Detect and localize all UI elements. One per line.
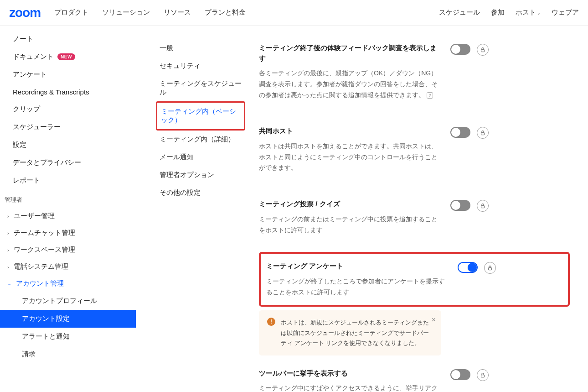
settings-tab[interactable]: その他の設定 <box>156 184 245 202</box>
lock-icon[interactable] <box>477 200 489 212</box>
toggle-switch[interactable] <box>450 127 470 138</box>
sidebar-admin-item[interactable]: ⌄アカウント管理 <box>0 275 136 292</box>
lock-icon[interactable] <box>484 262 496 274</box>
settings-tab[interactable]: メール通知 <box>156 148 245 166</box>
sidebar-item[interactable]: クリップ <box>0 100 136 118</box>
sidebar-item[interactable]: データとプライバシー <box>0 154 136 172</box>
settings-tab[interactable]: ミーティング内（ベーシック） <box>156 101 245 131</box>
sidebar-subitem[interactable]: 請求 <box>0 345 136 363</box>
sidebar-item-label: クリップ <box>13 105 40 114</box>
sidebar-item-label: アンケート <box>13 70 47 79</box>
setting-title: ミーティング アンケート <box>266 261 449 272</box>
sidebar-item-label: 設定 <box>13 141 26 149</box>
sidebar-item-label: スケジューラー <box>13 123 61 131</box>
sidebar-admin-label: チームチャット管理 <box>14 229 75 237</box>
lock-icon[interactable] <box>477 44 489 56</box>
sidebar-item-label: データとプライバシー <box>13 158 81 167</box>
chevron-right-icon: › <box>7 247 9 253</box>
info-text: ホストは、新規にスケジュールされるミーティングまたは以前にスケジュールされたミー… <box>281 318 433 348</box>
lock-icon[interactable] <box>477 127 489 139</box>
setting-row: ミーティング終了後の体験フィードバック調査を表示します各ミーティングの最後に、親… <box>259 30 570 113</box>
toggle-switch[interactable] <box>450 200 470 211</box>
settings-list[interactable]: ミーティング終了後の体験フィードバック調査を表示します各ミーティングの最後に、親… <box>254 26 588 392</box>
sidebar-subitem[interactable]: アラートと通知 <box>0 328 136 345</box>
nav-plans[interactable]: プランと料金 <box>205 8 246 17</box>
new-badge: NEW <box>57 53 75 60</box>
settings-tab[interactable]: 一般 <box>156 39 245 57</box>
setting-title: ミーティング終了後の体験フィードバック調査を表示します <box>259 43 441 63</box>
svg-rect-4 <box>481 375 485 377</box>
sidebar-item-label: ノート <box>13 35 33 43</box>
sidebar-admin-label: ワークスペース管理 <box>14 246 75 254</box>
sidebar-admin-item[interactable]: ›ワークスペース管理 <box>0 241 136 258</box>
sidebar-subitem[interactable]: アカウントプロフィール <box>0 292 136 310</box>
setting-title: 共同ホスト <box>259 126 441 136</box>
setting-row: ミーティング アンケートミーティングが終了したところで参加者にアンケートを提示す… <box>259 252 570 307</box>
settings-tab[interactable]: 管理者オプション <box>156 166 245 184</box>
settings-tab[interactable]: セキュリティ <box>156 57 245 75</box>
setting-row: ミーティング投票 / クイズミーティングの前またはミーティング中に投票を追加する… <box>259 186 570 248</box>
sidebar-admin-label: 電話システム管理 <box>14 262 68 271</box>
nav-schedule[interactable]: スケジュール <box>439 8 480 17</box>
svg-rect-3 <box>489 268 492 270</box>
sidebar-item[interactable]: レポート <box>0 172 136 189</box>
chevron-right-icon: › <box>7 214 9 219</box>
close-icon[interactable]: × <box>432 316 436 324</box>
sidebar-admin-item[interactable]: ›電話システム管理 <box>0 258 136 275</box>
help-icon[interactable]: ? <box>427 92 433 99</box>
nav-join[interactable]: 参加 <box>491 8 505 17</box>
setting-desc: ホストは共同ホストを加えることができます。共同ホストは、ホストと同じようにミーテ… <box>259 141 441 173</box>
setting-title: ツールバーに挙手を表示する <box>259 368 441 379</box>
sidebar-item[interactable]: ドキュメントNEW <box>0 48 136 66</box>
nav-solutions[interactable]: ソリューション <box>102 8 150 17</box>
setting-desc: ミーティングの前またはミーティング中に投票を追加することをホストに許可します <box>259 214 441 236</box>
sidebar-item[interactable]: スケジューラー <box>0 118 136 136</box>
sidebar-section-admin: 管理者 <box>0 189 136 208</box>
settings-tabs: 一般セキュリティミーティングをスケジュールミーティング内（ベーシック）ミーティン… <box>136 26 254 392</box>
sidebar-item[interactable]: Recordings & Transcripts <box>0 84 136 100</box>
zoom-logo[interactable]: zoom <box>9 5 41 20</box>
warning-icon: ! <box>267 318 275 326</box>
sidebar-admin-label: アカウント管理 <box>16 279 64 288</box>
setting-desc: 各ミーティングの最後に、親指アップ（OK）／ダウン（NG）調査を表示します。参加… <box>259 68 441 100</box>
svg-rect-0 <box>481 50 485 52</box>
top-nav-right: スケジュール 参加 ホスト⌄ ウェブア <box>439 8 579 17</box>
setting-title: ミーティング投票 / クイズ <box>259 199 441 209</box>
lock-icon[interactable] <box>477 369 489 381</box>
sidebar-admin-item[interactable]: ›チームチャット管理 <box>0 225 136 241</box>
toggle-switch[interactable] <box>450 369 470 380</box>
chevron-right-icon: › <box>7 230 9 236</box>
nav-resources[interactable]: リソース <box>164 8 191 17</box>
top-nav-left: プロダクト ソリューション リソース プランと料金 <box>54 8 439 17</box>
toggle-switch[interactable] <box>450 44 470 55</box>
settings-tab[interactable]: ミーティングをスケジュール <box>156 75 245 101</box>
toggle-switch[interactable] <box>458 262 478 273</box>
nav-host[interactable]: ホスト⌄ <box>516 8 541 17</box>
left-sidebar[interactable]: ノートドキュメントNEWアンケートRecordings & Transcript… <box>0 26 136 392</box>
top-header: zoom プロダクト ソリューション リソース プランと料金 スケジュール 参加… <box>0 0 588 26</box>
chevron-down-icon: ⌄ <box>7 281 11 287</box>
sidebar-item-label: レポート <box>13 176 40 185</box>
sidebar-admin-item[interactable]: ›ユーザー管理 <box>0 208 136 225</box>
setting-desc: ミーティング中にすばやくアクセスできるように、挙手リアクションを他のリアクション… <box>259 383 441 392</box>
svg-rect-1 <box>481 133 485 135</box>
nav-products[interactable]: プロダクト <box>54 8 88 17</box>
chevron-down-icon: ⌄ <box>537 10 541 16</box>
setting-row: ツールバーに挙手を表示するミーティング中にすばやくアクセスできるように、挙手リア… <box>259 355 570 392</box>
svg-rect-2 <box>481 206 485 208</box>
settings-tab[interactable]: ミーティング内（詳細） <box>156 131 245 148</box>
sidebar-item-label: ドキュメント <box>13 52 54 61</box>
setting-row: 共同ホストホストは共同ホストを加えることができます。共同ホストは、ホストと同じよ… <box>259 113 570 186</box>
sidebar-item[interactable]: 設定 <box>0 136 136 154</box>
sidebar-item[interactable]: ノート <box>0 30 136 48</box>
chevron-right-icon: › <box>7 264 9 270</box>
nav-webapp[interactable]: ウェブア <box>552 8 579 17</box>
setting-desc: ミーティングが終了したところで参加者にアンケートを提示することをホストに許可しま… <box>266 276 449 298</box>
sidebar-item[interactable]: アンケート <box>0 66 136 84</box>
sidebar-subitem[interactable]: アカウント設定 <box>0 310 136 328</box>
sidebar-item-label: Recordings & Transcripts <box>13 88 89 96</box>
info-banner: !ホストは、新規にスケジュールされるミーティングまたは以前にスケジュールされたミ… <box>259 310 441 355</box>
sidebar-admin-label: ユーザー管理 <box>14 212 55 220</box>
